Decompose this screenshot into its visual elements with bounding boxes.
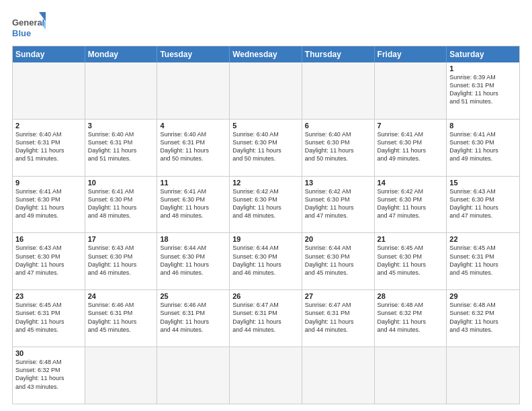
day-info: Sunrise: 6:46 AM Sunset: 6:31 PM Dayligh…	[88, 301, 154, 334]
calendar-header: SundayMondayTuesdayWednesdayThursdayFrid…	[13, 46, 519, 62]
calendar-cell: 24Sunrise: 6:46 AM Sunset: 6:31 PM Dayli…	[85, 290, 158, 347]
day-info: Sunrise: 6:47 AM Sunset: 6:31 PM Dayligh…	[305, 301, 371, 334]
day-info: Sunrise: 6:41 AM Sunset: 6:30 PM Dayligh…	[15, 187, 82, 220]
logo: General Blue	[12, 12, 46, 42]
calendar-cell: 18Sunrise: 6:44 AM Sunset: 6:30 PM Dayli…	[157, 233, 230, 289]
day-info: Sunrise: 6:48 AM Sunset: 6:32 PM Dayligh…	[449, 301, 517, 334]
calendar-row: 2Sunrise: 6:40 AM Sunset: 6:31 PM Daylig…	[13, 119, 519, 176]
calendar-cell: 15Sunrise: 6:43 AM Sunset: 6:30 PM Dayli…	[447, 177, 519, 233]
day-info: Sunrise: 6:43 AM Sunset: 6:30 PM Dayligh…	[449, 187, 517, 220]
calendar-cell: 5Sunrise: 6:40 AM Sunset: 6:30 PM Daylig…	[230, 120, 302, 176]
day-of-week-header: Sunday	[13, 46, 85, 62]
day-number: 8	[449, 122, 517, 130]
calendar-cell: 29Sunrise: 6:48 AM Sunset: 6:32 PM Dayli…	[447, 290, 519, 347]
day-number: 19	[232, 235, 299, 243]
day-number: 12	[232, 179, 299, 187]
day-info: Sunrise: 6:42 AM Sunset: 6:30 PM Dayligh…	[232, 187, 299, 220]
day-of-week-header: Saturday	[447, 46, 519, 62]
calendar-body: 1Sunrise: 6:39 AM Sunset: 6:31 PM Daylig…	[13, 62, 519, 404]
day-info: Sunrise: 6:39 AM Sunset: 6:31 PM Dayligh…	[449, 73, 517, 106]
day-info: Sunrise: 6:40 AM Sunset: 6:31 PM Dayligh…	[15, 130, 82, 163]
day-number: 20	[305, 235, 371, 243]
day-info: Sunrise: 6:40 AM Sunset: 6:30 PM Dayligh…	[232, 130, 299, 163]
calendar: SundayMondayTuesdayWednesdayThursdayFrid…	[12, 46, 520, 404]
day-number: 5	[232, 122, 299, 130]
day-info: Sunrise: 6:40 AM Sunset: 6:31 PM Dayligh…	[160, 130, 226, 163]
svg-text:General: General	[12, 17, 44, 28]
day-of-week-header: Tuesday	[157, 46, 230, 62]
day-number: 16	[15, 235, 82, 243]
day-info: Sunrise: 6:40 AM Sunset: 6:30 PM Dayligh…	[305, 130, 371, 163]
day-number: 18	[160, 235, 226, 243]
day-number: 3	[88, 122, 154, 130]
day-info: Sunrise: 6:47 AM Sunset: 6:31 PM Dayligh…	[232, 301, 299, 334]
calendar-cell: 1Sunrise: 6:39 AM Sunset: 6:31 PM Daylig…	[447, 62, 519, 119]
calendar-cell: 20Sunrise: 6:44 AM Sunset: 6:30 PM Dayli…	[302, 233, 375, 289]
calendar-cell: 9Sunrise: 6:41 AM Sunset: 6:30 PM Daylig…	[13, 177, 85, 233]
day-info: Sunrise: 6:42 AM Sunset: 6:30 PM Dayligh…	[378, 187, 444, 220]
day-number: 17	[88, 235, 154, 243]
calendar-cell: 12Sunrise: 6:42 AM Sunset: 6:30 PM Dayli…	[230, 177, 302, 233]
calendar-cell: 21Sunrise: 6:45 AM Sunset: 6:30 PM Dayli…	[375, 233, 447, 289]
day-info: Sunrise: 6:43 AM Sunset: 6:30 PM Dayligh…	[15, 244, 82, 277]
day-number: 4	[160, 122, 226, 130]
day-info: Sunrise: 6:41 AM Sunset: 6:30 PM Dayligh…	[449, 130, 517, 163]
day-number: 15	[449, 179, 517, 187]
day-info: Sunrise: 6:45 AM Sunset: 6:31 PM Dayligh…	[449, 244, 517, 277]
calendar-cell: 7Sunrise: 6:41 AM Sunset: 6:30 PM Daylig…	[375, 120, 447, 176]
day-info: Sunrise: 6:43 AM Sunset: 6:30 PM Dayligh…	[88, 244, 154, 277]
day-info: Sunrise: 6:41 AM Sunset: 6:30 PM Dayligh…	[160, 187, 226, 220]
day-number: 6	[305, 122, 371, 130]
day-of-week-header: Thursday	[302, 46, 375, 62]
day-number: 30	[15, 349, 82, 357]
day-number: 1	[449, 64, 517, 73]
day-number: 29	[449, 292, 517, 300]
day-number: 14	[378, 179, 444, 187]
day-number: 21	[378, 235, 444, 243]
header: General Blue	[12, 12, 520, 42]
calendar-cell: 30Sunrise: 6:48 AM Sunset: 6:32 PM Dayli…	[13, 347, 85, 404]
calendar-cell	[230, 347, 302, 404]
day-info: Sunrise: 6:44 AM Sunset: 6:30 PM Dayligh…	[160, 244, 226, 277]
calendar-cell	[302, 347, 375, 404]
calendar-row: 30Sunrise: 6:48 AM Sunset: 6:32 PM Dayli…	[13, 347, 519, 404]
calendar-cell	[85, 62, 158, 119]
day-info: Sunrise: 6:41 AM Sunset: 6:30 PM Dayligh…	[88, 187, 154, 220]
day-of-week-header: Monday	[85, 46, 158, 62]
day-of-week-header: Friday	[375, 46, 447, 62]
day-info: Sunrise: 6:40 AM Sunset: 6:31 PM Dayligh…	[88, 130, 154, 163]
generalblue-logo-icon: General Blue	[12, 12, 46, 42]
calendar-cell	[157, 62, 230, 119]
day-number: 23	[15, 292, 82, 300]
calendar-cell: 16Sunrise: 6:43 AM Sunset: 6:30 PM Dayli…	[13, 233, 85, 289]
calendar-cell: 11Sunrise: 6:41 AM Sunset: 6:30 PM Dayli…	[157, 177, 230, 233]
calendar-cell: 8Sunrise: 6:41 AM Sunset: 6:30 PM Daylig…	[447, 120, 519, 176]
day-number: 10	[88, 179, 154, 187]
page: General Blue SundayMondayTuesdayWednesda…	[0, 0, 532, 411]
day-info: Sunrise: 6:44 AM Sunset: 6:30 PM Dayligh…	[232, 244, 299, 277]
calendar-cell	[157, 347, 230, 404]
svg-text:Blue: Blue	[12, 28, 31, 38]
calendar-cell	[85, 347, 158, 404]
day-number: 11	[160, 179, 226, 187]
day-number: 22	[449, 235, 517, 243]
calendar-cell: 6Sunrise: 6:40 AM Sunset: 6:30 PM Daylig…	[302, 120, 375, 176]
day-info: Sunrise: 6:44 AM Sunset: 6:30 PM Dayligh…	[305, 244, 371, 277]
day-number: 2	[15, 122, 82, 130]
calendar-cell: 26Sunrise: 6:47 AM Sunset: 6:31 PM Dayli…	[230, 290, 302, 347]
day-info: Sunrise: 6:41 AM Sunset: 6:30 PM Dayligh…	[378, 130, 444, 163]
calendar-cell	[230, 62, 302, 119]
calendar-cell: 28Sunrise: 6:48 AM Sunset: 6:32 PM Dayli…	[375, 290, 447, 347]
day-info: Sunrise: 6:48 AM Sunset: 6:32 PM Dayligh…	[378, 301, 444, 334]
calendar-cell	[375, 347, 447, 404]
calendar-row: 9Sunrise: 6:41 AM Sunset: 6:30 PM Daylig…	[13, 176, 519, 233]
calendar-cell: 23Sunrise: 6:45 AM Sunset: 6:31 PM Dayli…	[13, 290, 85, 347]
calendar-cell: 10Sunrise: 6:41 AM Sunset: 6:30 PM Dayli…	[85, 177, 158, 233]
calendar-cell: 19Sunrise: 6:44 AM Sunset: 6:30 PM Dayli…	[230, 233, 302, 289]
calendar-cell: 13Sunrise: 6:42 AM Sunset: 6:30 PM Dayli…	[302, 177, 375, 233]
calendar-row: 1Sunrise: 6:39 AM Sunset: 6:31 PM Daylig…	[13, 62, 519, 119]
calendar-cell	[375, 62, 447, 119]
calendar-cell: 4Sunrise: 6:40 AM Sunset: 6:31 PM Daylig…	[157, 120, 230, 176]
calendar-cell: 2Sunrise: 6:40 AM Sunset: 6:31 PM Daylig…	[13, 120, 85, 176]
day-info: Sunrise: 6:45 AM Sunset: 6:31 PM Dayligh…	[15, 301, 82, 334]
